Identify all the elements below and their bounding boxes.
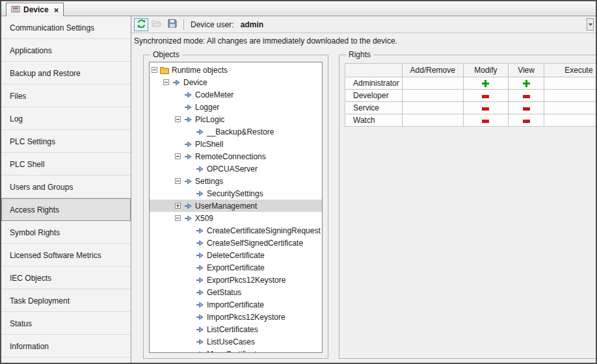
tree-node-exportcertificate[interactable]: ExportCertificate	[150, 261, 322, 274]
tree-node-label: ListUseCases	[207, 337, 255, 346]
right-cell-service-view[interactable]	[509, 102, 544, 114]
rights-row-watch: Watch	[345, 114, 596, 127]
runtime-object-arrow-icon	[195, 263, 204, 272]
granted-plus-icon	[523, 80, 530, 87]
right-cell-service-modify[interactable]	[463, 102, 508, 114]
tree-node-importpkcs12keystore[interactable]: ImportPkcs12Keystore	[150, 311, 322, 323]
sidebar-item-communication-settings[interactable]: Communication Settings	[1, 16, 131, 39]
tree-node-label: DeleteCertificate	[207, 251, 265, 260]
rights-col-view: View	[509, 64, 544, 77]
right-cell-watch-add-remove[interactable]	[402, 114, 463, 127]
right-cell-administrator-add-remove[interactable]	[402, 77, 463, 90]
right-cell-service-add-remove[interactable]	[402, 102, 463, 114]
right-cell-watch-execute[interactable]	[544, 114, 596, 127]
sidebar-item-symbol-rights[interactable]: Symbol Rights	[1, 221, 131, 244]
denied-minus-icon	[482, 107, 489, 110]
collapse-minus-icon[interactable]	[152, 67, 157, 73]
tree-node-label: ExportPkcs12Keystore	[207, 276, 285, 285]
open-folder-button[interactable]	[150, 18, 164, 31]
runtime-object-arrow-icon	[183, 90, 192, 99]
tree-node-settings[interactable]: Settings	[150, 175, 322, 187]
sidebar-item-log[interactable]: Log	[1, 107, 131, 130]
objects-tree[interactable]: Runtime objectsDeviceCodeMeterLoggerPlcL…	[149, 62, 323, 353]
sidebar-item-access-rights[interactable]: Access Rights	[1, 198, 131, 221]
tree-node-x509[interactable]: X509	[150, 212, 322, 224]
runtime-object-arrow-icon	[195, 239, 204, 248]
tree-node-label: X509	[195, 214, 213, 223]
collapse-minus-icon[interactable]	[175, 116, 181, 122]
tree-node-importcertificate[interactable]: ImportCertificate	[150, 298, 322, 311]
tree-node-listusecases[interactable]: ListUseCases	[150, 335, 322, 348]
save-icon	[168, 19, 177, 30]
sidebar-item-plc-shell[interactable]: PLC Shell	[1, 153, 131, 176]
refresh-button[interactable]	[134, 18, 148, 31]
sidebar-item-iec-objects[interactable]: IEC Objects	[1, 266, 131, 289]
collapse-minus-icon[interactable]	[175, 153, 181, 159]
sidebar-item-status[interactable]: Status	[1, 312, 131, 335]
device-editor-window: Device × Communication SettingsApplicati…	[0, 0, 597, 364]
tree-node-runtime-objects[interactable]: Runtime objects	[150, 64, 322, 76]
tree-node-listcertificates[interactable]: ListCertificates	[150, 323, 322, 335]
tree-node-exportpkcs12keystore[interactable]: ExportPkcs12Keystore	[150, 274, 322, 286]
tree-node-remoteconnections[interactable]: RemoteConnections	[150, 150, 322, 162]
sidebar-item-licensed-software-metrics[interactable]: Licensed Software Metrics	[1, 244, 131, 266]
runtime-object-arrow-icon	[195, 276, 204, 285]
sidebar-item-plc-settings[interactable]: PLC Settings	[1, 130, 131, 153]
right-cell-developer-execute[interactable]	[544, 90, 596, 102]
sidebar-item-information[interactable]: Information	[1, 335, 131, 358]
save-button[interactable]	[165, 18, 179, 31]
granted-plus-icon	[482, 80, 489, 87]
right-cell-developer-modify[interactable]	[463, 90, 508, 102]
tree-node-createcertificatesigningrequest[interactable]: CreateCertificateSigningRequest	[150, 224, 322, 237]
rights-group-label: Service	[345, 102, 403, 114]
tree-node-label: SecuritySettings	[207, 189, 263, 198]
tree-node-label: CreateCertificateSigningRequest	[207, 226, 321, 235]
tree-node-opcuaserver[interactable]: OPCUAServer	[150, 162, 322, 175]
right-cell-developer-add-remove[interactable]	[402, 90, 463, 102]
right-cell-service-execute[interactable]	[544, 102, 596, 114]
tree-node-securitysettings[interactable]: SecuritySettings	[150, 187, 322, 200]
rights-col-modify: Modify	[463, 64, 508, 77]
collapse-minus-icon[interactable]	[163, 79, 169, 85]
tree-node-backup-restore[interactable]: __Backup&Restore	[150, 125, 322, 138]
right-cell-administrator-modify[interactable]	[463, 77, 508, 90]
runtime-object-arrow-icon	[195, 300, 204, 309]
tree-node-deletecertificate[interactable]: DeleteCertificate	[150, 249, 322, 261]
toolbar-overflow-button[interactable]	[587, 18, 594, 31]
collapse-minus-icon[interactable]	[175, 215, 181, 221]
tree-node-plclogic[interactable]: PlcLogic	[150, 113, 322, 125]
rights-group-label: Developer	[345, 90, 403, 102]
tree-node-label: MoveCertificate	[207, 350, 261, 354]
sidebar-item-task-deployment[interactable]: Task Deployment	[1, 289, 131, 312]
tree-node-device[interactable]: Device	[150, 76, 322, 88]
tab-device[interactable]: Device ×	[6, 3, 64, 16]
right-cell-watch-modify[interactable]	[463, 114, 508, 127]
tree-node-logger[interactable]: Logger	[150, 101, 322, 113]
access-rights-pane: Device user: admin Synchronized mode: Al…	[131, 16, 596, 363]
right-cell-administrator-execute[interactable]	[544, 77, 596, 90]
editor-tab-bar: Device ×	[1, 1, 596, 16]
tree-node-codemeter[interactable]: CodeMeter	[150, 88, 322, 101]
right-cell-developer-view[interactable]	[509, 90, 544, 102]
right-cell-administrator-view[interactable]	[509, 77, 544, 90]
rights-groupbox: Rights Add/RemoveModifyViewExecuteAdmini…	[339, 50, 596, 359]
tree-node-plcshell[interactable]: PlcShell	[150, 138, 322, 150]
sidebar-item-users-and-groups[interactable]: Users and Groups	[1, 176, 131, 198]
sidebar-item-files[interactable]: Files	[1, 84, 131, 107]
expand-plus-icon[interactable]	[175, 203, 181, 209]
tree-node-label: GetStatus	[207, 288, 241, 297]
tree-node-usermanagement[interactable]: UserManagement	[150, 200, 322, 212]
close-icon[interactable]: ×	[54, 6, 59, 14]
tree-node-movecertificate[interactable]: MoveCertificate	[150, 348, 322, 353]
runtime-object-arrow-icon	[195, 350, 204, 354]
sidebar-item-applications[interactable]: Applications	[1, 39, 131, 62]
right-cell-watch-view[interactable]	[509, 114, 544, 127]
runtime-object-arrow-icon	[195, 313, 204, 322]
runtime-object-arrow-icon	[195, 325, 204, 334]
runtime-object-arrow-icon	[183, 152, 192, 161]
tree-node-createselfsignedcertificate[interactable]: CreateSelfSignedCertificate	[150, 237, 322, 249]
sidebar-item-backup-and-restore[interactable]: Backup and Restore	[1, 62, 131, 84]
tree-node-getstatus[interactable]: GetStatus	[150, 286, 322, 298]
tree-node-label: CodeMeter	[195, 90, 233, 99]
collapse-minus-icon[interactable]	[175, 178, 181, 184]
